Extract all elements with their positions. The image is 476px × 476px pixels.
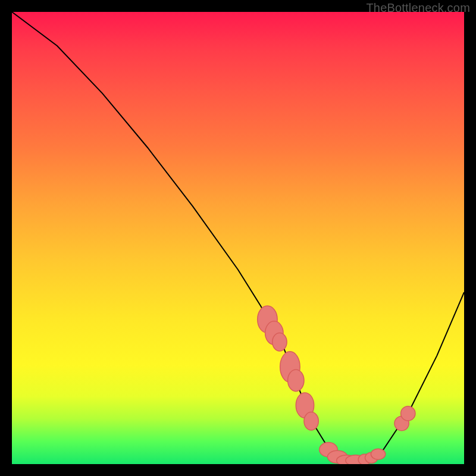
plot-area <box>12 12 464 464</box>
chart-layer <box>12 12 464 464</box>
marker-cluster-c <box>304 412 318 430</box>
curve-path <box>12 12 464 462</box>
chart-stage: TheBottleneck.com <box>0 0 476 476</box>
marker-cluster-a <box>273 333 287 351</box>
marker-cluster-d <box>371 449 385 459</box>
chart-svg <box>12 12 464 464</box>
marker-cluster-b <box>288 369 304 391</box>
markers-group <box>258 306 415 464</box>
marker-cluster-e <box>401 406 415 421</box>
